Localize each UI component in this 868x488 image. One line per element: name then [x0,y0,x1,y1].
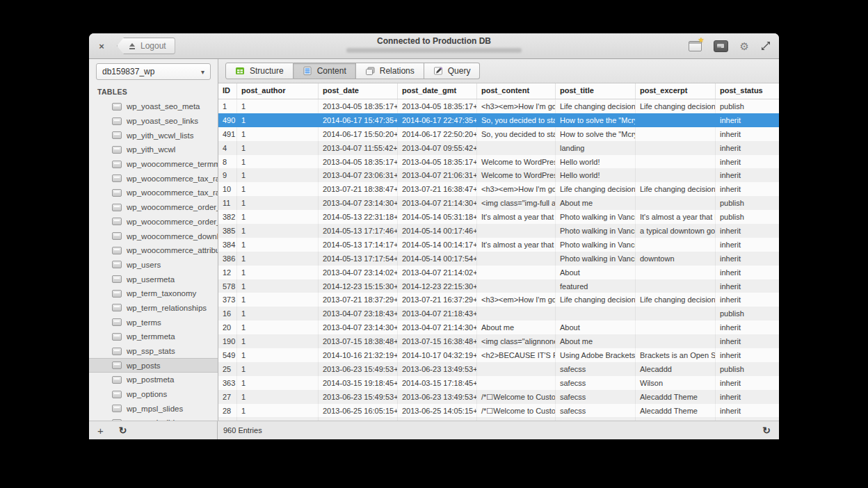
column-header-post_date_gmt[interactable]: post_date_gmt [398,83,477,99]
sidebar-item-wp_usermeta[interactable]: wp_usermeta [89,272,218,286]
cell-post_date_gmt: 2013-04-05 18:35:17+0 [398,99,477,113]
column-header-id[interactable]: ID [218,83,237,99]
table-row[interactable]: 49112014-06-17 15:50:20+02014-06-17 22:5… [218,127,779,141]
sidebar-item-wp_postmeta[interactable]: wp_postmeta [89,373,218,387]
tab-structure[interactable]: Structure [225,63,294,79]
sidebar-item-wp_term_taxonomy[interactable]: wp_term_taxonomy [89,286,218,301]
cell-post_content: So, you decided to start us [477,113,556,127]
column-header-post_content[interactable]: post_content [477,83,556,99]
table-row[interactable]: 36312014-03-15 19:18:45+02014-03-15 17:1… [218,376,779,390]
content-area: db159837_wp ▾ TABLES wp_yoast_seo_metawp… [89,59,779,421]
cell-post_status: inherit [716,141,779,155]
table-name-label: wp_term_relationships [127,304,207,312]
table-row[interactable]: 1212013-04-07 23:14:02+02013-04-07 21:14… [218,266,779,279]
sidebar-item-wp_term_relationships[interactable]: wp_term_relationships [89,301,218,316]
sidebar-item-wp_yoast_seo_links[interactable]: wp_yoast_seo_links [89,114,218,129]
sidebar-item-wp_woocommerce_order_items[interactable]: wp_woocommerce_order_items [89,200,218,215]
sidebar-item-wp_posts[interactable]: wp_posts [89,358,218,373]
column-header-post_excerpt[interactable]: post_excerpt [636,83,716,99]
sidebar-item-wp_mpsl_slides[interactable]: wp_mpsl_slides [89,401,218,416]
sidebar-item-wp_woocommerce_downloadabl…[interactable]: wp_woocommerce_downloadabl… [89,229,218,243]
table-row[interactable]: 1012013-07-21 18:38:47+02013-07-21 16:38… [218,182,779,196]
table-row[interactable]: 412013-04-07 11:55:42+02013-04-07 09:55:… [218,141,779,155]
cell-post_author: 1 [237,99,319,113]
sidebar-item-wp_yith_wcwl[interactable]: wp_yith_wcwl [89,143,218,157]
tab-content[interactable]: Content [294,63,356,79]
cell-post_title: Photo walking in Vancouv [556,210,636,224]
table-icon [112,261,122,268]
cell-id: 11 [218,196,237,210]
table-row[interactable]: 38412014-05-13 17:14:17+02014-05-14 00:1… [218,238,779,252]
table-row[interactable]: 37312013-07-21 18:37:29+02013-07-21 16:3… [218,293,779,307]
cell-post_title [556,307,636,320]
refresh-tables-icon[interactable]: ↻ [119,425,127,435]
close-icon[interactable]: × [96,41,107,51]
cell-post_date_gmt: 2014-05-14 00:14:17+0 [398,238,477,252]
logout-label: Logout [140,41,166,51]
new-window-star-icon[interactable] [689,41,702,51]
sidebar-item-wp_woocommerce_tax_rate_loca…[interactable]: wp_woocommerce_tax_rate_loca… [89,171,218,186]
cell-post_content: <h3><em>How I'm going [477,182,556,196]
database-selector[interactable]: db159837_wp ▾ [96,63,211,80]
table-row[interactable]: 1612013-04-07 23:18:43+02013-04-07 21:18… [218,307,779,320]
table-row[interactable]: 57812014-12-23 15:15:30+02014-12-23 22:1… [218,279,779,293]
query-icon [433,66,443,76]
sidebar-item-wp_woocommerce_termmeta[interactable]: wp_woocommerce_termmeta [89,157,218,172]
fullscreen-icon[interactable] [761,41,771,51]
sidebar-item-wp_options[interactable]: wp_options [89,387,218,402]
table-row[interactable]: 2712013-06-23 15:49:53+02013-06-23 13:49… [218,390,779,404]
table-row[interactable]: 2012013-04-07 23:14:30+02013-04-07 21:14… [218,320,779,334]
table-name-label: wp_term_taxonomy [127,289,196,298]
column-header-post_date[interactable]: post_date [319,83,398,99]
cell-post_author: 1 [237,320,319,334]
cell-post_author: 1 [237,155,319,169]
table-row[interactable]: 38512014-05-13 17:17:46+02014-05-14 00:1… [218,224,779,238]
cell-post_status: publish [716,362,779,376]
sidebar-item-wp_woocommerce_tax_rates[interactable]: wp_woocommerce_tax_rates [89,186,218,200]
terminal-toggle-icon[interactable] [714,40,728,52]
table-icon [112,348,122,355]
table-row[interactable]: 2812013-06-25 16:05:15+02013-06-25 14:05… [218,404,779,418]
table-row[interactable]: 1112013-04-07 23:14:30+02013-04-07 21:14… [218,196,779,210]
column-header-post_status[interactable]: post_status [716,83,779,99]
column-header-post_title[interactable]: post_title [556,83,636,99]
sidebar-item-wp_termmeta[interactable]: wp_termmeta [89,330,218,344]
sidebar-item-wp_mpsl_sliders[interactable]: wp_mpsl_sliders [89,416,218,421]
sidebar-item-wp_yoast_seo_meta[interactable]: wp_yoast_seo_meta [89,99,218,114]
cell-post_excerpt [636,266,716,279]
sidebar-item-wp_ssp_stats[interactable]: wp_ssp_stats [89,344,218,359]
reload-results-icon[interactable]: ↻ [762,425,771,435]
cell-post_excerpt: Life changing decisions. H [636,182,716,196]
table-row[interactable]: 38212014-05-13 22:31:18+02014-05-14 05:3… [218,210,779,224]
table-row[interactable]: 49012014-06-17 15:47:35+02014-06-17 22:4… [218,113,779,127]
table-name-label: wp_woocommerce_termmeta [127,160,218,168]
column-header-post_author[interactable]: post_author [237,83,319,99]
tab-relations[interactable]: Relations [356,63,424,79]
settings-gear-icon[interactable]: ⚙ [740,41,749,51]
cell-post_author: 1 [237,279,319,293]
sidebar-item-wp_users[interactable]: wp_users [89,258,218,273]
status-bar: 960 Entries ↻ [218,421,779,439]
cell-post_status: inherit [716,293,779,307]
cell-id: 385 [218,224,237,238]
table-row[interactable]: 912013-04-07 23:06:31+02013-04-07 21:06:… [218,168,779,182]
table-row[interactable]: 112013-04-05 18:35:17+02013-04-05 18:35:… [218,99,779,113]
sidebar-item-wp_terms[interactable]: wp_terms [89,315,218,330]
tab-query[interactable]: Query [424,63,481,79]
table-row[interactable]: 19012013-07-15 18:38:48+02013-07-15 16:3… [218,334,779,348]
add-table-button[interactable]: + [97,425,104,436]
table-icon [112,405,122,412]
sidebar-item-wp_woocommerce_attribute_tax…[interactable]: wp_woocommerce_attribute_tax… [89,243,218,258]
cell-post_date_gmt: 2013-04-07 21:14:02+0 [398,266,477,279]
cell-id: 490 [218,113,237,127]
table-row[interactable]: 2512013-06-23 15:49:53+02013-06-23 13:49… [218,362,779,376]
sidebar-item-wp_yith_wcwl_lists[interactable]: wp_yith_wcwl_lists [89,128,218,143]
table-row[interactable]: 812013-04-05 18:35:17+02013-04-05 18:35:… [218,155,779,169]
header-bar: × Logout Connected to Production DB ⚙ [89,33,779,59]
table-row[interactable]: 38612014-05-13 17:17:54+02014-05-14 00:1… [218,252,779,266]
logout-button[interactable]: Logout [117,38,175,54]
sidebar-item-wp_woocommerce_order_itemm…[interactable]: wp_woocommerce_order_itemm… [89,215,218,229]
table-row[interactable]: 54912014-10-16 21:32:19+02014-10-17 04:3… [218,348,779,362]
cell-id: 10 [218,182,237,196]
cell-post_content: So, you decided to start us [477,127,556,141]
